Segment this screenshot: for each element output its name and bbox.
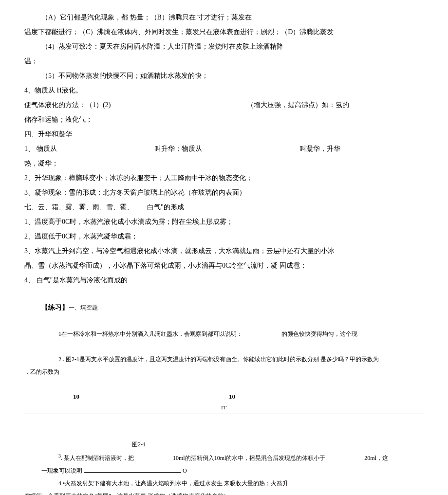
text-segment: 20ml，这 [364,455,388,461]
question-4: 4 •火箭发射架下建有大水池，让高温火焰喷到水中，通过水发生 来吸收大量的热；火… [24,477,424,489]
question-3-cont: 一现象可以说明 O [24,465,424,477]
section-heading: 四、升华和凝华 [24,128,424,141]
scale-left: 10 [39,390,79,403]
text-segment: 一现象可以说明 [41,467,82,474]
exercise-heading: 【练习】一、填空题 [24,301,424,314]
content-line: 使气体液化的方法：（1）(2)（增大压强，提高沸点）如：氢的 [24,98,424,112]
text-segment: 使气体液化的方法：（1）(2) [24,101,111,109]
question-2-cont: ，乙的示数为 [24,366,424,378]
text-segment: 的颜色较快变得均匀，这个现 [281,330,357,337]
question-4-cont: 空瞬间，会看到巨大的白色"气团"，这是水蒸气 形成的（选填物态变化的名称）。 [24,490,424,495]
content-line: 温； [24,55,424,68]
content-line: 温度下都能进行；（C）沸腾在液体内、外同时发生；蒸发只在液体表面进行；剧烈；（D… [24,25,424,39]
text-segment: . 某人在配制酒精溶液时，把 [61,455,134,461]
question-3: 3. 某人在配制酒精溶液时，把10ml的酒精倒入10ml的水中，摇晃混合后发现总… [24,451,424,464]
question-1: 1在一杯冷水和一杯热水中分别滴入几滴红墨水，会观察到都可以说明：的颜色较快变得均… [24,328,424,340]
content-line: 4、 白气"是水蒸汽与冷液化而成的 [24,274,424,287]
section-heading: 七、云、霜、露、雾、雨、雪、雹、 白气"的形成 [24,201,424,214]
content-line: 3、凝华现象：雪的形成；北方冬天窗户玻璃上的冰花（在玻璃的内表面） [24,186,424,200]
figure-scale-row: 10 10 [24,390,424,403]
content-line: （4）蒸发可致冷：夏天在房间洒水降温；人出汗降温；发烧时在皮肤上涂酒精降 [24,40,424,54]
text-segment: 叫升华；物质从 [154,145,202,152]
fill-blank [84,466,181,473]
content-line: 2、升华现象：樟脑球变小；冰冻的衣服变干；人工降雨中干冰的物态变化； [24,171,424,185]
content-line: （5）不同物体蒸发的快慢不同；如酒精比水蒸发的快； [24,69,424,83]
text-segment: 10ml的酒精倒入10ml的水中，摇晃混合后发现总的体积小于 [173,455,325,461]
content-line: （A）它们都是汽化现象，都 热量；（B）沸腾只在 寸才进行；蒸发在 [24,11,424,24]
content-line: 2、温度低于0C时，水蒸汽凝华成霜； [24,230,424,243]
figure-marks: ГГ [24,403,424,413]
text-segment: 叫凝华，升华 [299,145,340,152]
text-segment: （增大压强，提高沸点）如：氢的 [247,101,349,109]
question-2: 2 . 图2-1是两支水平放置的温度计，且这两支温度计的两端都没有画全。你能读出… [24,353,424,365]
exercise-type: 一、填空题 [69,304,98,311]
text-segment: 1在一杯冷水和一杯热水中分别滴入几滴红墨水，会观察到都可以说明： [58,330,243,337]
content-line: 晶、雪（水蒸汽凝华而成），小冰晶下落可熔化成雨，小水滴再与0C冷空气流时，凝 固… [24,259,424,273]
figure-caption: 图2-1 [24,439,424,450]
figure-divider [24,414,424,414]
scale-right: 10 [79,390,409,403]
content-line: 储存和运输；液化气； [24,113,424,127]
text-segment: 1、 物质从 [24,145,57,152]
content-line: 热，凝华； [24,157,424,170]
text-segment: O [183,467,187,474]
content-line: 4、物质从 H液化。 [24,84,424,97]
content-line: 1、温度高于0C时，水蒸汽液化成小水滴成为露；附在尘埃上形成雾； [24,215,424,229]
exercise-label: 【练习】 [41,304,69,311]
content-line: 3、水蒸汽上升到高空，与冷空气相遇液化成小水滴，就形成云，大水滴就是雨；云层中还… [24,244,424,258]
content-line: 1、 物质从叫升华；物质从叫凝华，升华 [24,142,424,156]
